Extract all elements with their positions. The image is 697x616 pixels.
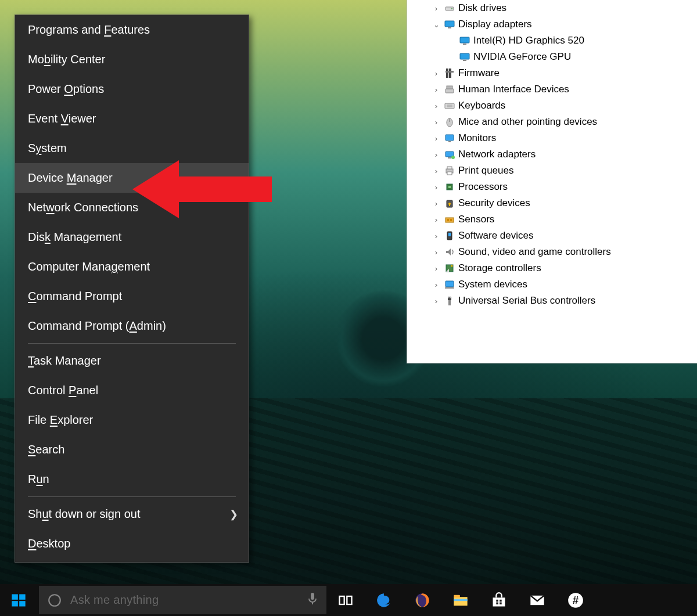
tree-expand-icon[interactable]: › <box>432 85 441 94</box>
winx-item-4[interactable]: System <box>15 134 249 163</box>
devmgr-node-3[interactable]: NVIDIA GeForce GPU <box>407 49 697 65</box>
cortana-circle-icon <box>47 593 62 608</box>
sound-icon <box>444 247 455 257</box>
tree-expand-icon[interactable]: › <box>432 232 441 240</box>
svg-text:#: # <box>573 593 579 606</box>
winx-item-14[interactable]: File Explorer <box>15 405 249 435</box>
display-icon <box>459 35 470 46</box>
svg-rect-2 <box>445 21 454 27</box>
taskbar-mail-button[interactable] <box>518 584 556 616</box>
devmgr-node-6[interactable]: ›Keyboards <box>407 98 697 114</box>
devmgr-node-label: Security devices <box>458 197 530 209</box>
winx-item-2[interactable]: Power Options <box>15 74 249 104</box>
svg-rect-40 <box>445 281 454 287</box>
devmgr-node-2[interactable]: Intel(R) HD Graphics 520 <box>407 33 697 49</box>
tree-expand-icon[interactable]: › <box>432 4 441 13</box>
menu-item-label: Desktop <box>28 537 70 550</box>
winx-item-0[interactable]: Programs and Features <box>15 15 249 45</box>
tree-expand-icon[interactable]: › <box>432 183 441 192</box>
devmgr-node-14[interactable]: ›Software devices <box>407 228 697 244</box>
winx-item-7[interactable]: Disk Management <box>15 222 249 252</box>
taskbar-hash-button[interactable]: # <box>556 584 595 616</box>
devmgr-node-16[interactable]: ›Storage controllers <box>407 260 697 276</box>
mail-icon <box>529 592 545 608</box>
tree-expand-icon[interactable]: › <box>432 167 441 175</box>
winx-item-15[interactable]: Search <box>15 435 249 464</box>
tree-expand-icon[interactable]: › <box>432 118 441 127</box>
svg-rect-13 <box>445 103 454 109</box>
tree-expand-icon[interactable]: › <box>432 248 441 257</box>
winx-item-6[interactable]: Network Connections <box>15 193 249 222</box>
tree-expand-icon[interactable]: › <box>432 102 441 110</box>
devmgr-node-label: Sensors <box>458 214 494 225</box>
taskbar-edge-button[interactable] <box>365 584 403 616</box>
hid-icon <box>444 84 455 95</box>
svg-rect-45 <box>450 297 451 298</box>
firefox-icon <box>414 592 430 608</box>
taskbar-taskview-button[interactable] <box>326 584 365 616</box>
winx-item-1[interactable]: Mobility Center <box>15 45 249 74</box>
svg-rect-43 <box>448 297 451 300</box>
devmgr-node-5[interactable]: ›Human Interface Devices <box>407 81 697 98</box>
devmgr-node-label: Print queues <box>458 165 513 176</box>
tree-expand-icon[interactable]: › <box>432 280 441 289</box>
winx-item-8[interactable]: Computer Management <box>15 252 249 282</box>
tree-collapse-icon[interactable]: ⌄ <box>432 20 441 29</box>
menu-item-label: Control Panel <box>28 384 98 397</box>
microphone-icon[interactable] <box>307 592 318 609</box>
tree-expand-icon[interactable]: › <box>432 150 441 159</box>
svg-rect-41 <box>445 287 454 289</box>
menu-item-label: Task Manager <box>28 354 101 368</box>
svg-rect-18 <box>445 135 454 141</box>
devmgr-node-label: Universal Serial Bus controllers <box>458 295 595 307</box>
devmgr-node-7[interactable]: ›Mice and other pointing devices <box>407 114 697 130</box>
svg-rect-19 <box>448 141 451 142</box>
tree-expand-icon[interactable]: › <box>432 199 441 208</box>
svg-rect-8 <box>446 69 448 78</box>
devmgr-node-0[interactable]: ›Disk drives <box>407 0 697 16</box>
devmgr-node-1[interactable]: ⌄Display adapters <box>407 16 697 33</box>
devmgr-node-8[interactable]: ›Monitors <box>407 130 697 146</box>
svg-rect-7 <box>463 60 466 61</box>
svg-rect-35 <box>448 233 451 236</box>
winx-item-3[interactable]: Event Viewer <box>15 104 249 134</box>
security-icon <box>444 198 455 208</box>
svg-rect-47 <box>12 594 17 599</box>
software-icon <box>444 230 455 241</box>
winx-item-5[interactable]: Device Manager <box>15 163 249 193</box>
tree-expand-icon[interactable]: › <box>432 215 441 224</box>
svg-rect-33 <box>450 219 452 221</box>
winx-item-19[interactable]: Desktop <box>15 529 249 559</box>
start-button[interactable] <box>0 584 37 616</box>
menu-item-label: Search <box>28 443 64 456</box>
devmgr-node-9[interactable]: ›Network adapters <box>407 146 697 163</box>
svg-rect-55 <box>347 596 351 604</box>
tree-expand-icon[interactable]: › <box>432 264 441 273</box>
winx-item-18[interactable]: Shut down or sign out❯ <box>15 499 249 529</box>
devmgr-node-label: Intel(R) HD Graphics 520 <box>473 35 584 46</box>
taskbar-store-button[interactable] <box>480 584 518 616</box>
devmgr-node-label: Software devices <box>458 230 533 242</box>
winx-item-9[interactable]: Command Prompt <box>15 282 249 311</box>
tree-expand-icon[interactable]: › <box>432 134 441 143</box>
svg-rect-24 <box>447 167 452 169</box>
devmgr-node-4[interactable]: ›Firmware <box>407 65 697 81</box>
devmgr-node-18[interactable]: ›Universal Serial Bus controllers <box>407 293 697 309</box>
winx-item-12[interactable]: Task Manager <box>15 346 249 376</box>
winx-item-10[interactable]: Command Prompt (Admin) <box>15 311 249 341</box>
tree-expand-icon[interactable]: › <box>432 297 441 305</box>
tree-expand-icon[interactable]: › <box>432 69 441 78</box>
devmgr-node-12[interactable]: ›Security devices <box>407 195 697 211</box>
taskbar-firefox-button[interactable] <box>403 584 441 616</box>
winx-item-16[interactable]: Run <box>15 464 249 494</box>
winx-item-13[interactable]: Control Panel <box>15 376 249 405</box>
devmgr-node-10[interactable]: ›Print queues <box>407 163 697 179</box>
devmgr-node-15[interactable]: ›Sound, video and game controllers <box>407 244 697 260</box>
devmgr-node-17[interactable]: ›System devices <box>407 276 697 293</box>
devmgr-node-label: Disk drives <box>458 2 506 14</box>
cortana-search-box[interactable]: Ask me anything <box>39 586 326 614</box>
devmgr-node-13[interactable]: ›Sensors <box>407 211 697 228</box>
devmgr-node-label: System devices <box>458 279 527 290</box>
taskbar-explorer-button[interactable] <box>441 584 480 616</box>
devmgr-node-11[interactable]: ›Processors <box>407 179 697 195</box>
